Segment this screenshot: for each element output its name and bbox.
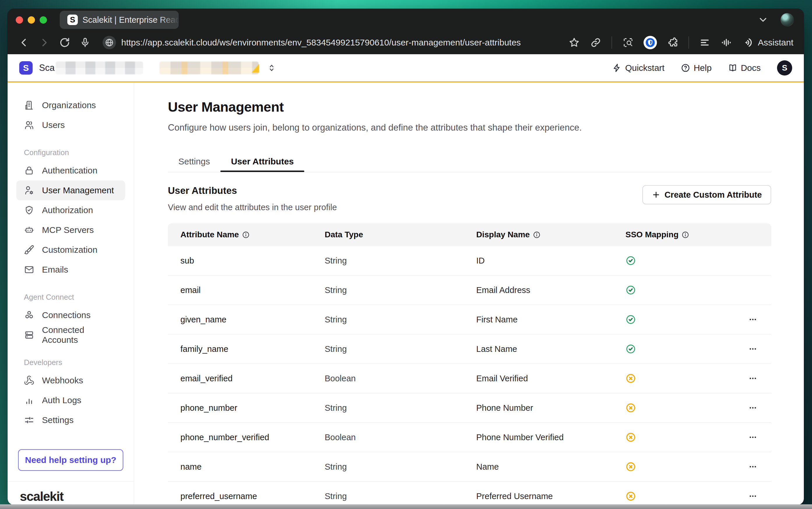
sidebar-item-webhooks[interactable]: Webhooks (16, 371, 125, 391)
table-row-preferred_username: preferred_usernameStringPreferred Userna… (168, 482, 771, 505)
reload-button[interactable] (59, 37, 71, 48)
sidebar-item-label: Customization (42, 245, 97, 255)
cell-display-name: Email Address (476, 285, 626, 295)
sso-mapping-status-unmapped (626, 462, 723, 472)
tab-list: SettingsUser Attributes (168, 151, 804, 172)
create-custom-attribute-button[interactable]: Create Custom Attribute (642, 185, 771, 204)
sidebar-item-authentication[interactable]: Authentication (16, 161, 125, 180)
sso-mapping-status-mapped (626, 314, 723, 325)
table-row-phone_number: phone_numberStringPhone Number (168, 393, 771, 423)
row-actions-cell (723, 432, 771, 442)
copy-link-icon[interactable] (590, 37, 602, 48)
sso-mapping-status-unmapped (626, 373, 723, 384)
sidebar-item-user-management[interactable]: User Management (16, 180, 125, 200)
address-bar[interactable]: https://app.scalekit.cloud/ws/environmen… (103, 36, 560, 49)
help-button[interactable]: Help (681, 63, 712, 73)
bookmark-star-icon[interactable] (568, 37, 580, 48)
browser-profile-avatar[interactable] (780, 13, 794, 27)
row-actions-menu-button[interactable] (748, 491, 758, 501)
quickstart-label: Quickstart (625, 63, 665, 73)
cell-display-name: Phone Number (476, 403, 626, 413)
sidebar-item-label: Webhooks (42, 375, 83, 385)
sidebar-item-mcp-servers[interactable]: MCP Servers (16, 220, 125, 240)
cell-display-name: ID (476, 256, 626, 266)
sidebar-item-organizations[interactable]: Organizations (16, 95, 125, 115)
environment-warning-triangle-icon (251, 64, 259, 73)
microphone-icon[interactable] (79, 37, 91, 48)
sidebar-item-customization[interactable]: Customization (16, 240, 125, 260)
minimize-window-button[interactable] (28, 16, 35, 24)
sidebar-item-authorization[interactable]: Authorization (16, 200, 125, 220)
info-icon[interactable] (242, 231, 250, 239)
sidebar-item-connected-accounts[interactable]: Connected Accounts (16, 325, 125, 345)
row-actions-menu-button[interactable] (748, 432, 758, 442)
cell-attribute-name: phone_number (180, 403, 325, 413)
tab-settings[interactable]: Settings (168, 151, 220, 172)
cell-data-type: String (325, 462, 476, 472)
capture-search-icon[interactable] (622, 37, 634, 48)
column-header-label: Data Type (325, 230, 363, 239)
close-window-button[interactable] (16, 16, 23, 24)
column-header-data-type: Data Type (325, 230, 476, 239)
scalekit-wordmark: scalekit (20, 489, 121, 504)
browser-tab[interactable]: S Scalekit | Enterprise Ready A (60, 11, 179, 29)
help-label: Help (694, 63, 712, 73)
section-description: View and edit the attributes in the user… (168, 203, 337, 212)
browser-tab-bar: S Scalekit | Enterprise Ready A (8, 9, 804, 31)
row-actions-menu-button[interactable] (748, 344, 758, 354)
sso-mapping-status-mapped (626, 285, 723, 295)
cell-data-type: String (325, 403, 476, 413)
robot-icon (24, 225, 34, 235)
row-actions-menu-button[interactable] (748, 373, 758, 383)
workspace-switcher-chevrons-icon[interactable] (267, 63, 277, 73)
url-text: https://app.scalekit.cloud/ws/environmen… (121, 38, 521, 47)
sliders-icon (24, 415, 34, 425)
need-help-button[interactable]: Need help setting up? (18, 449, 123, 471)
book-icon (728, 63, 737, 73)
tab-user-attributes[interactable]: User Attributes (220, 151, 304, 172)
forward-button[interactable] (38, 37, 50, 48)
shield-check-icon (24, 205, 34, 215)
sidebar-item-label: MCP Servers (42, 225, 94, 235)
quickstart-button[interactable]: Quickstart (612, 63, 665, 73)
sidebar-item-label: Connections (42, 310, 91, 320)
cell-data-type: String (325, 285, 476, 295)
password-manager-extension-icon[interactable] (643, 36, 657, 49)
cell-data-type: Boolean (325, 374, 476, 383)
reader-list-icon[interactable] (699, 37, 711, 48)
back-button[interactable] (18, 37, 30, 48)
scalekit-logo-badge: S (19, 61, 33, 75)
column-header-display-name: Display Name (476, 230, 626, 239)
sso-mapping-status-unmapped (626, 432, 723, 443)
zoom-window-button[interactable] (40, 16, 47, 24)
row-actions-menu-button[interactable] (748, 403, 758, 413)
webhook-icon (24, 375, 34, 386)
sidebar-item-label: Settings (42, 415, 73, 425)
extensions-puzzle-icon[interactable] (667, 37, 678, 48)
sidebar-item-emails[interactable]: Emails (16, 260, 125, 279)
sidebar-item-settings[interactable]: Settings (16, 410, 125, 430)
row-actions-menu-button[interactable] (748, 314, 758, 325)
docs-button[interactable]: Docs (728, 63, 761, 73)
row-actions-cell (723, 373, 771, 383)
user-avatar[interactable]: S (777, 60, 792, 75)
info-icon[interactable] (681, 231, 689, 239)
table-row-email: emailStringEmail Address (168, 275, 771, 305)
sidebar-item-auth-logs[interactable]: Auth Logs (16, 391, 125, 410)
sidebar-item-users[interactable]: Users (16, 115, 125, 135)
info-icon[interactable] (533, 231, 541, 239)
tabbar-chevron-down-icon[interactable] (757, 14, 769, 26)
sidebar-item-label: Users (42, 120, 65, 130)
row-actions-menu-button[interactable] (748, 462, 758, 472)
sidebar-item-connections[interactable]: Connections (16, 305, 125, 325)
row-actions-cell (723, 462, 771, 472)
section-heading: User Attributes (168, 185, 337, 196)
cell-attribute-name: email_verified (180, 374, 325, 383)
brush-icon (24, 245, 34, 255)
toolbar-divider (689, 36, 689, 49)
audio-waveform-icon[interactable] (720, 37, 732, 48)
row-actions-cell (723, 491, 771, 501)
cell-attribute-name: sub (180, 256, 325, 266)
user-attributes-table: Attribute NameData TypeDisplay NameSSO M… (168, 223, 771, 505)
assistant-button[interactable]: Assistant (742, 37, 793, 48)
